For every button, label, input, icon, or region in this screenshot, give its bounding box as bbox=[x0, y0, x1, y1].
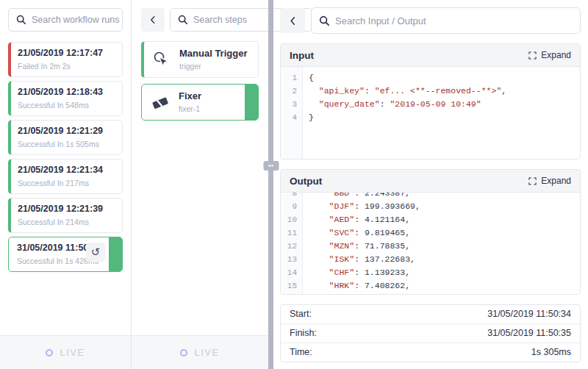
live-label: LIVE bbox=[194, 347, 219, 358]
banknote-icon bbox=[151, 93, 170, 112]
line-number: 9 bbox=[281, 200, 302, 213]
code-line-clipped: 8 "BBD": 2.243387, bbox=[281, 193, 580, 200]
line-number: 11 bbox=[281, 226, 302, 240]
io-back-button[interactable] bbox=[280, 8, 305, 33]
io-search-input[interactable] bbox=[335, 15, 580, 26]
step-text: Fixer fixer-1 bbox=[179, 91, 201, 113]
code-line: 12 "MZN": 71.78835, bbox=[281, 240, 580, 253]
output-scroll-content: 8 "BBD": 2.243387, 9 "DJF": 199.393669, … bbox=[281, 193, 580, 293]
run-item-3[interactable]: 21/05/2019 12:21:29 Successful In 1s 505… bbox=[8, 120, 123, 155]
expand-icon bbox=[528, 51, 537, 60]
io-panel: Input Expand 1 { 2 "api_key": "ef... <**… bbox=[273, 0, 588, 369]
run-timestamp: 21/05/2019 12:21:34 bbox=[18, 165, 115, 175]
runs-search-bar bbox=[0, 0, 131, 38]
step-title: Fixer bbox=[179, 91, 201, 101]
live-status-icon bbox=[46, 349, 53, 357]
search-icon bbox=[16, 15, 26, 25]
step-text: Manual Trigger trigger bbox=[179, 49, 247, 71]
line-number: 15 bbox=[281, 279, 302, 293]
code-line: 9 "DJF": 199.393669, bbox=[281, 200, 580, 213]
run-timestamp: 21/05/2019 12:17:47 bbox=[18, 49, 115, 58]
run-status: Successful In 214ms bbox=[18, 218, 115, 226]
steps-panel: Manual Trigger trigger Fixer fixer-1 LIV… bbox=[132, 0, 268, 369]
live-label: LIVE bbox=[60, 347, 85, 358]
line-number: 10 bbox=[281, 213, 302, 226]
run-status: Failed In 2m 2s bbox=[18, 62, 115, 71]
run-item-6-selected[interactable]: 31/05/2019 11:50:34 Successful In 1s 426… bbox=[8, 237, 123, 272]
summary-label: Finish: bbox=[290, 328, 317, 339]
run-timestamp: 21/05/2019 12:18:43 bbox=[18, 87, 115, 97]
retry-run-button[interactable]: ↺ bbox=[86, 243, 105, 262]
output-section: Output Expand 8 "BBD": 2.243387, 9 "DJF"… bbox=[280, 169, 581, 295]
code-line: 11 "SVC": 9.819465, bbox=[281, 226, 580, 240]
summary-row-start: Start: 31/05/2019 11:50:34 bbox=[281, 305, 580, 324]
retry-icon: ↺ bbox=[91, 246, 101, 259]
summary-row-finish: Finish: 31/05/2019 11:50:35 bbox=[281, 324, 580, 343]
runs-live-toggle[interactable]: LIVE bbox=[0, 335, 131, 369]
code-line: 10 "AED": 4.121164, bbox=[281, 213, 580, 226]
step-item-fixer-selected[interactable]: Fixer fixer-1 bbox=[141, 84, 259, 121]
code-line: 15 "HRK": 7.408262, bbox=[281, 279, 580, 293]
code-line: 4 } bbox=[281, 111, 580, 124]
summary-value: 31/05/2019 11:50:34 bbox=[487, 309, 571, 320]
run-item-2[interactable]: 21/05/2019 12:18:43 Successful In 548ms bbox=[8, 81, 123, 116]
steps-list: Manual Trigger trigger Fixer fixer-1 bbox=[132, 37, 268, 335]
resize-horizontal-icon: ↔ bbox=[268, 162, 274, 169]
step-subtitle: trigger bbox=[179, 62, 247, 71]
run-item-1[interactable]: 21/05/2019 12:17:47 Failed In 2m 2s bbox=[8, 42, 123, 77]
input-expand-button[interactable]: Expand bbox=[528, 50, 571, 60]
steps-live-toggle[interactable]: LIVE bbox=[132, 335, 268, 369]
line-number: 13 bbox=[281, 253, 302, 266]
run-status: Successful In 217ms bbox=[18, 179, 115, 187]
summary-label: Start: bbox=[290, 309, 312, 320]
search-icon bbox=[319, 15, 330, 26]
run-timestamp: 21/05/2019 12:21:29 bbox=[18, 126, 115, 136]
output-code-block[interactable]: 8 "BBD": 2.243387, 9 "DJF": 199.393669, … bbox=[281, 193, 580, 294]
cursor-click-icon bbox=[151, 50, 171, 69]
output-title: Output bbox=[290, 176, 322, 187]
step-title: Manual Trigger bbox=[179, 49, 247, 59]
code-line: 3 "query_date": "2019-05-09 10:49" bbox=[281, 98, 580, 111]
workflow-runs-panel: 21/05/2019 12:17:47 Failed In 2m 2s 21/0… bbox=[0, 0, 132, 369]
line-number: 8 bbox=[281, 193, 302, 200]
step-item-manual-trigger[interactable]: Manual Trigger trigger bbox=[141, 41, 259, 78]
input-section-header: Input Expand bbox=[281, 44, 580, 67]
search-icon bbox=[178, 15, 188, 25]
summary-label: Time: bbox=[290, 347, 312, 358]
output-expand-button[interactable]: Expand bbox=[528, 176, 571, 186]
line-number: 2 bbox=[281, 85, 302, 98]
code-line: 1 { bbox=[281, 71, 580, 85]
line-number: 3 bbox=[281, 98, 302, 111]
divider-drag-handle[interactable]: ↔ bbox=[263, 161, 279, 171]
io-search-box[interactable] bbox=[311, 7, 581, 34]
step-subtitle: fixer-1 bbox=[179, 104, 201, 113]
chevron-left-icon bbox=[148, 15, 158, 25]
run-item-4[interactable]: 21/05/2019 12:21:34 Successful In 217ms bbox=[8, 159, 123, 194]
workflow-debugger-app: { "colors": { "success_green": "#52b87e"… bbox=[0, 0, 588, 369]
run-status: Successful In 1s 505ms bbox=[18, 140, 115, 148]
run-summary: Start: 31/05/2019 11:50:34 Finish: 31/05… bbox=[280, 304, 581, 362]
input-section: Input Expand 1 { 2 "api_key": "ef... <**… bbox=[280, 43, 581, 160]
steps-search-bar bbox=[132, 0, 268, 37]
chevron-left-icon bbox=[287, 15, 298, 26]
code-line: 14 "CHF": 1.139233, bbox=[281, 266, 580, 279]
runs-search-input[interactable] bbox=[32, 15, 122, 25]
line-number: 1 bbox=[281, 71, 302, 85]
io-search-bar bbox=[280, 7, 581, 34]
selected-indicator-bar bbox=[245, 85, 258, 120]
summary-row-time: Time: 1s 305ms bbox=[281, 343, 580, 362]
runs-search-box[interactable] bbox=[8, 8, 123, 32]
line-number: 14 bbox=[281, 266, 302, 279]
selected-indicator-bar bbox=[109, 237, 122, 271]
code-line: 13 "ISK": 137.22683, bbox=[281, 253, 580, 266]
summary-value: 1s 305ms bbox=[531, 347, 571, 358]
code-line: 2 "api_key": "ef... <**--removed--**>", bbox=[281, 85, 580, 98]
runs-list: 21/05/2019 12:17:47 Failed In 2m 2s 21/0… bbox=[0, 38, 131, 335]
summary-value: 31/05/2019 11:50:35 bbox=[487, 328, 571, 339]
steps-back-button[interactable] bbox=[141, 8, 165, 32]
input-code-block[interactable]: 1 { 2 "api_key": "ef... <**--removed--**… bbox=[281, 67, 580, 159]
run-status: Successful In 548ms bbox=[18, 101, 115, 110]
output-section-header: Output Expand bbox=[281, 170, 580, 193]
expand-label: Expand bbox=[541, 50, 571, 60]
run-item-5[interactable]: 21/05/2019 12:21:39 Successful In 214ms bbox=[8, 198, 123, 233]
